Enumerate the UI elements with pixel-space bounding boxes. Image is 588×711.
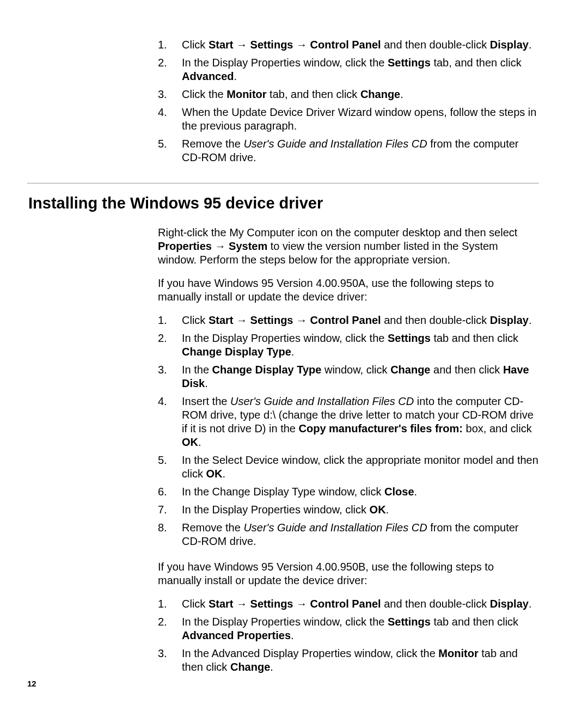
- text-run: .: [205, 377, 208, 389]
- version-a-paragraph: If you have Windows 95 Version 4.00.950A…: [158, 277, 539, 304]
- text-run: .: [291, 629, 294, 641]
- bold-text: Settings: [388, 57, 431, 69]
- section-body: Right-click the My Computer icon on the …: [158, 226, 539, 674]
- bold-text: Copy manufacturer's files from:: [299, 422, 463, 434]
- list-item-number: 5.: [158, 137, 182, 151]
- list-item-body: In the Change Display Type window, click…: [182, 363, 539, 390]
- bold-text: Display: [490, 39, 529, 51]
- arrow-icon: →: [296, 598, 310, 610]
- list-item-body: In the Display Properties window, click …: [182, 615, 539, 642]
- ordered-list-top: 1.Click Start → Settings → Control Panel…: [158, 38, 539, 164]
- list-item: 1.Click Start → Settings → Control Panel…: [158, 597, 539, 611]
- bold-text: Start: [209, 39, 236, 51]
- text-run: .: [529, 314, 532, 326]
- text-run: .: [234, 70, 237, 82]
- text-run: Click: [182, 598, 209, 610]
- italic-text: User's Guide and Installation Files CD: [243, 522, 427, 534]
- bold-text: Settings: [250, 314, 296, 326]
- bold-text: Advanced Properties: [182, 629, 291, 641]
- list-item: 3.In the Change Display Type window, cli…: [158, 363, 539, 390]
- list-item: 5.In the Select Device window, click the…: [158, 453, 539, 481]
- arrow-icon: →: [236, 598, 250, 610]
- ordered-list-version-a: 1.Click Start → Settings → Control Panel…: [158, 314, 539, 548]
- list-item-body: In the Display Properties window, click …: [182, 56, 539, 83]
- text-run: Insert the: [182, 395, 230, 407]
- text-run: In the Change Display Type window, click: [182, 486, 384, 498]
- text-run: Remove the: [182, 522, 243, 534]
- text-run: .: [414, 486, 418, 498]
- bold-text: OK: [182, 436, 198, 448]
- list-item-number: 1.: [158, 314, 182, 327]
- list-item-number: 4.: [158, 106, 182, 119]
- arrow-icon: →: [296, 314, 310, 326]
- text-run: Click the: [182, 88, 226, 100]
- list-item-body: In the Display Properties window, click …: [182, 503, 539, 517]
- bold-text: Change Display Type: [212, 364, 322, 376]
- text-run: In the: [182, 364, 212, 376]
- list-item-number: 1.: [158, 597, 182, 611]
- list-item: 6.In the Change Display Type window, cli…: [158, 485, 539, 499]
- text-run: .: [198, 436, 201, 448]
- text-run: Click: [182, 314, 209, 326]
- list-item-body: In the Display Properties window, click …: [182, 332, 539, 359]
- list-item-body: In the Change Display Type window, click…: [182, 485, 539, 499]
- list-item: 2.In the Display Properties window, clic…: [158, 332, 539, 359]
- bold-text: System: [229, 240, 267, 252]
- text-run: .: [291, 346, 295, 358]
- text-run: .: [386, 504, 389, 516]
- list-item: 4.Insert the User's Guide and Installati…: [158, 395, 539, 449]
- list-item-body: Click the Monitor tab, and then click Ch…: [182, 88, 539, 101]
- text-run: In the Display Properties window, click: [182, 504, 370, 516]
- bold-text: Start: [209, 314, 236, 326]
- text-run: .: [529, 39, 532, 51]
- bold-text: Settings: [388, 332, 431, 344]
- text-run: .: [270, 661, 273, 673]
- list-item: 5.Remove the User's Guide and Installati…: [158, 137, 539, 164]
- bold-text: Monitor: [226, 88, 266, 100]
- list-item: 2.In the Display Properties window, clic…: [158, 615, 539, 642]
- text-run: When the Update Device Driver Wizard win…: [182, 106, 536, 132]
- section-divider: [27, 183, 539, 183]
- list-item: 1.Click Start → Settings → Control Panel…: [158, 38, 539, 52]
- document-page: 1.Click Start → Settings → Control Panel…: [0, 0, 588, 711]
- arrow-icon: →: [236, 314, 250, 326]
- bold-text: Change: [360, 88, 400, 100]
- bold-text: Settings: [388, 616, 431, 628]
- text-run: and then double-click: [381, 598, 490, 610]
- list-item-body: Insert the User's Guide and Installation…: [182, 395, 539, 449]
- steps-block-top: 1.Click Start → Settings → Control Panel…: [158, 38, 539, 164]
- italic-text: User's Guide and Installation Files CD: [230, 395, 414, 407]
- version-b-paragraph: If you have Windows 95 Version 4.00.950B…: [158, 560, 539, 587]
- bold-text: Control Panel: [310, 598, 381, 610]
- list-item-number: 3.: [158, 88, 182, 101]
- section-heading: Installing the Windows 95 device driver: [28, 193, 539, 213]
- list-item: 3.In the Advanced Display Properties win…: [158, 647, 539, 674]
- list-item: 2.In the Display Properties window, clic…: [158, 56, 539, 83]
- list-item: 7.In the Display Properties window, clic…: [158, 503, 539, 517]
- list-item-body: In the Select Device window, click the a…: [182, 453, 539, 481]
- text-run: .: [529, 598, 532, 610]
- list-item: 1.Click Start → Settings → Control Panel…: [158, 314, 539, 327]
- list-item-number: 4.: [158, 395, 182, 408]
- bold-text: Display: [490, 598, 529, 610]
- list-item-number: 2.: [158, 615, 182, 629]
- list-item-body: Click Start → Settings → Control Panel a…: [182, 314, 539, 327]
- list-item: 8.Remove the User's Guide and Installati…: [158, 521, 539, 548]
- page-number: 12: [27, 679, 36, 689]
- bold-text: Control Panel: [310, 314, 381, 326]
- bold-text: Display: [490, 314, 529, 326]
- list-item-number: 6.: [158, 485, 182, 499]
- bold-text: Start: [209, 598, 236, 610]
- bold-text: Change: [390, 364, 430, 376]
- list-item-number: 3.: [158, 647, 182, 660]
- text-run: .: [400, 88, 403, 100]
- italic-text: User's Guide and Installation Files CD: [243, 138, 427, 150]
- arrow-icon: →: [215, 240, 229, 252]
- list-item-body: When the Update Device Driver Wizard win…: [182, 106, 539, 133]
- list-item-body: Click Start → Settings → Control Panel a…: [182, 597, 539, 611]
- text-run: tab, and then click: [267, 88, 360, 100]
- bold-text: Change: [230, 661, 270, 673]
- ordered-list-version-b: 1.Click Start → Settings → Control Panel…: [158, 597, 539, 674]
- list-item-number: 8.: [158, 521, 182, 535]
- text-run: tab and then click: [431, 616, 518, 628]
